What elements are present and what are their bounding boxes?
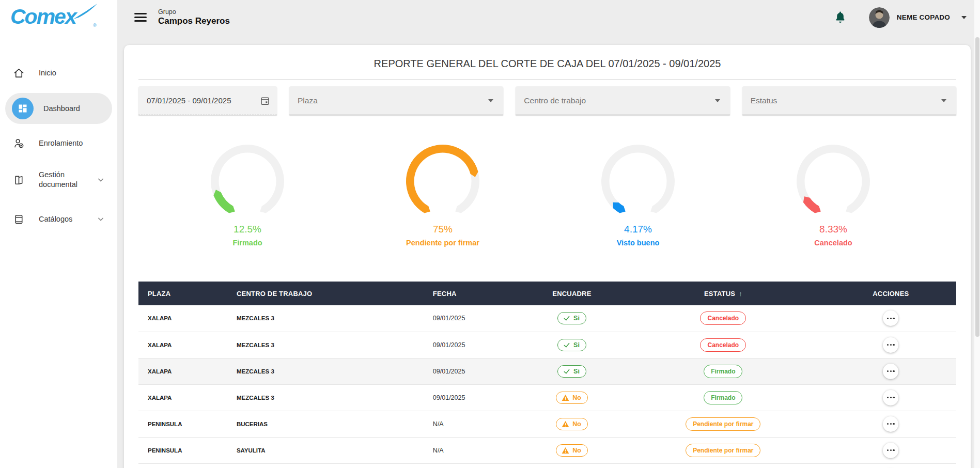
notifications-bell-icon[interactable] [834, 11, 846, 24]
table-row[interactable]: NoPendiente por firmar [138, 463, 956, 468]
cell-centro-de-trabajo [237, 463, 433, 468]
check-icon [563, 315, 570, 322]
warning-icon [562, 394, 569, 401]
user-avatar[interactable] [869, 7, 890, 28]
estatus-select-placeholder: Estatus [751, 96, 777, 105]
select-caret-icon [715, 99, 720, 102]
status-badge-cancelado: Cancelado [700, 311, 746, 325]
row-actions-button[interactable] [883, 310, 898, 326]
cell-plaza: PENINSULA [138, 437, 237, 463]
topbar-right: NEME COPADO [834, 7, 967, 28]
scrollbar-track[interactable] [974, 0, 980, 468]
cell-estatus: Pendiente por firmar [621, 463, 826, 468]
cell-estatus: Pendiente por firmar [621, 411, 826, 437]
gauge-cancelado: 8.33%Cancelado [736, 144, 931, 247]
calendar-icon [260, 96, 270, 106]
column-header-plaza[interactable]: PLAZA [138, 282, 237, 305]
cell-fecha: 09/01/2025 [433, 332, 523, 358]
table-row[interactable]: XALAPAMEZCALES 309/01/2025SiCancelado [138, 332, 956, 358]
cell-estatus: Firmado [621, 384, 826, 411]
cell-fecha: N/A [433, 437, 523, 463]
plaza-select-placeholder: Plaza [298, 96, 318, 105]
cell-acciones [826, 305, 956, 332]
status-badge-pendiente-por-firmar: Pendiente por firmar [686, 444, 760, 457]
gauge-arc [405, 144, 480, 219]
table-row[interactable]: PENINSULASAYULITAN/ANoPendiente por firm… [138, 437, 956, 463]
sidebar-item-enrolamiento[interactable]: Enrolamiento [0, 129, 117, 157]
cell-centro-de-trabajo: MEZCALES 3 [237, 332, 433, 358]
sidebar-item-dashboard[interactable]: Dashboard [5, 93, 112, 124]
sidebar-item-label: Dashboard [43, 104, 99, 114]
menu-toggle-button[interactable] [134, 11, 147, 24]
check-icon [563, 368, 570, 375]
cell-estatus: Pendiente por firmar [621, 437, 826, 463]
select-caret-icon [941, 99, 946, 102]
gauge-label: Pendiente por firmar [406, 239, 479, 247]
column-header-acciones: ACCIONES [826, 282, 956, 305]
date-range-filter[interactable]: 07/01/2025 - 09/01/2025 [138, 86, 277, 115]
cell-estatus: Cancelado [621, 332, 826, 358]
row-actions-button[interactable] [883, 337, 898, 353]
table-row[interactable]: XALAPAMEZCALES 309/01/2025SiFirmado [138, 358, 956, 384]
cell-plaza: XALAPA [138, 358, 237, 384]
cell-acciones [826, 384, 956, 411]
gauge-percentage: 12.5% [234, 224, 261, 235]
encuadre-badge-si: Si [557, 339, 586, 351]
cell-estatus: Cancelado [621, 305, 826, 332]
cell-encuadre: No [523, 384, 621, 411]
row-actions-button[interactable] [883, 364, 898, 379]
sidebar-item-label: Enrolamiento [39, 138, 95, 148]
title-divider [138, 79, 956, 80]
chevron-down-icon [96, 175, 106, 185]
row-actions-button[interactable] [883, 443, 898, 458]
sidebar-item-label: Gestión documental [39, 170, 95, 190]
column-header-encuadre[interactable]: ENCUADRE [523, 282, 621, 305]
cell-acciones [826, 463, 956, 468]
row-actions-button[interactable] [883, 390, 898, 405]
cell-centro-de-trabajo: BUCERIAS [237, 411, 433, 437]
column-header-fecha[interactable]: FECHA [433, 282, 523, 305]
status-badge-cancelado: Cancelado [700, 338, 746, 352]
user-name[interactable]: NEME COPADO [897, 13, 950, 21]
cell-encuadre: No [523, 411, 621, 437]
sidebar-item-gestion-documental[interactable]: Gestión documental [0, 164, 117, 195]
home-icon [13, 67, 25, 79]
topbar: Grupo Campos Reyeros NEME COPADO [117, 0, 980, 35]
centro-de-trabajo-select[interactable]: Centro de trabajo [516, 86, 729, 115]
table-row[interactable]: XALAPAMEZCALES 309/01/2025NoFirmado [138, 384, 956, 411]
report-table: PLAZA CENTRO DE TRABAJO FECHA ENCUADRE E… [138, 282, 956, 468]
plaza-select[interactable]: Plaza [289, 86, 503, 115]
row-actions-button[interactable] [883, 416, 898, 432]
cell-plaza: XALAPA [138, 305, 237, 332]
encuadre-badge-no: No [556, 392, 588, 404]
cell-fecha: 09/01/2025 [433, 384, 523, 411]
scrollbar-thumb[interactable] [975, 37, 979, 337]
group-block: Grupo Campos Reyeros [158, 8, 230, 26]
cell-centro-de-trabajo: SAYULITA [237, 437, 433, 463]
estatus-select[interactable]: Estatus [742, 86, 956, 115]
comex-logo[interactable]: Comex ® [10, 5, 98, 35]
column-header-estatus[interactable]: ESTATUS↑ [621, 282, 826, 305]
comex-swoosh-icon [71, 4, 98, 21]
table-row[interactable]: PENINSULABUCERIASN/ANoPendiente por firm… [138, 411, 956, 437]
cell-centro-de-trabajo: MEZCALES 3 [237, 358, 433, 384]
encuadre-badge-si: Si [557, 365, 586, 378]
gauge-visto-bueno: 4.17%Visto bueno [540, 144, 736, 247]
select-caret-icon [488, 99, 493, 102]
warning-icon [562, 420, 569, 428]
cell-fecha: 09/01/2025 [433, 305, 523, 332]
chevron-down-icon [96, 214, 106, 224]
user-menu-caret-icon[interactable] [961, 16, 967, 19]
gauge-arc [600, 144, 676, 219]
table-row[interactable]: XALAPAMEZCALES 309/01/2025SiCancelado [138, 305, 956, 332]
column-header-centro[interactable]: CENTRO DE TRABAJO [237, 282, 433, 305]
gauge-pendiente-por-firmar: 75%Pendiente por firmar [345, 144, 540, 247]
cell-encuadre: Si [523, 332, 621, 358]
sidebar-item-catalogos[interactable]: Catálogos [0, 205, 117, 233]
encuadre-badge-no: No [556, 418, 588, 430]
sort-ascending-icon[interactable]: ↑ [739, 290, 742, 298]
table-header: PLAZA CENTRO DE TRABAJO FECHA ENCUADRE E… [138, 282, 956, 305]
warning-icon [562, 447, 569, 454]
status-badge-pendiente-por-firmar: Pendiente por firmar [686, 417, 760, 431]
sidebar-item-inicio[interactable]: Inicio [0, 59, 117, 87]
